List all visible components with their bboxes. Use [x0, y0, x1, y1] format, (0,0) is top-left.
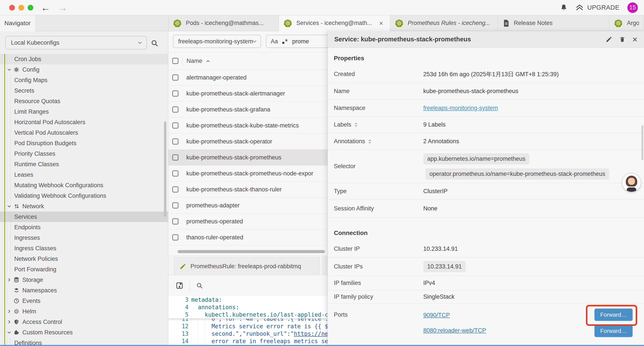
delete-icon[interactable]: [619, 36, 625, 43]
sidebar-item-ingress-classes[interactable]: Ingress Classes: [0, 243, 168, 254]
back-arrow-icon[interactable]: ←: [41, 3, 50, 12]
upgrade-button[interactable]: UPGRADE: [576, 3, 620, 12]
sidebar-item-config-maps[interactable]: Config Maps: [0, 75, 168, 85]
sidebar-item-runtime-classes[interactable]: Runtime Classes: [0, 159, 168, 169]
row-checkbox[interactable]: [172, 90, 178, 97]
chevron-right-icon[interactable]: [7, 278, 14, 282]
sidebar-item-vertical-pod-autoscalers[interactable]: Vertical Pod Autoscalers: [0, 127, 168, 138]
sidebar-item-services[interactable]: Services: [0, 212, 168, 222]
tab-argo-se[interactable]: Argo Se: [609, 15, 644, 31]
sidebar-item-network[interactable]: Network: [0, 201, 168, 212]
sidebar-item-storage[interactable]: Storage: [0, 275, 168, 285]
sidebar-item-horizontal-pod-autoscalers[interactable]: Horizontal Pod Autoscalers: [0, 117, 168, 127]
editor-body[interactable]: 110","for":"4m","labels":{"service":12Me…: [168, 319, 328, 345]
regex-icon[interactable]: *: [282, 38, 288, 45]
row-checkbox[interactable]: [172, 186, 178, 193]
sort-updown-icon[interactable]: [354, 122, 358, 127]
close-icon[interactable]: ×: [632, 35, 638, 44]
select-all-checkbox[interactable]: [172, 58, 178, 64]
yaml-editor[interactable]: 3metadata:4annotations:5kubectl.kubernet…: [168, 296, 328, 345]
sidebar-item-namespaces[interactable]: Namespaces: [0, 285, 168, 296]
notification-count-badge[interactable]: 15: [627, 2, 638, 13]
forward-button[interactable]: Forward…: [594, 325, 632, 337]
notifications-bell-icon[interactable]: [560, 4, 568, 11]
table-row[interactable]: prometheus-operated: [168, 214, 328, 230]
chevron-right-icon[interactable]: [7, 320, 14, 324]
tab-pods-icecheng-mathmas[interactable]: Pods - icecheng@mathmas...: [168, 15, 279, 31]
row-checkbox[interactable]: [172, 154, 178, 161]
sidebar-item-secrets[interactable]: Secrets: [0, 85, 168, 96]
table-row[interactable]: kube-prometheus-stack-grafana: [168, 102, 328, 118]
table-row[interactable]: kube-prometheus-stack-prometheus: [168, 150, 328, 166]
sidebar-item-validating-webhook-configurations[interactable]: Validating Webhook Configurations: [0, 191, 168, 201]
sidebar-item-resource-quotas[interactable]: Resource Quotas: [0, 96, 168, 106]
chevron-down-icon[interactable]: [7, 204, 14, 209]
chevron-right-icon[interactable]: [7, 309, 14, 314]
match-case-icon[interactable]: Aa: [271, 38, 278, 45]
table-row[interactable]: alertmanager-operated: [168, 70, 328, 86]
table-row[interactable]: thanos-ruler-operated: [168, 230, 328, 246]
sidebar-item-mutating-webhook-configurations[interactable]: Mutating Webhook Configurations: [0, 180, 168, 191]
sort-updown-icon[interactable]: [368, 139, 372, 144]
sidebar-item-priority-classes[interactable]: Priority Classes: [0, 148, 168, 159]
sidebar-item-ingresses[interactable]: Ingresses: [0, 233, 168, 243]
row-checkbox[interactable]: [172, 218, 178, 224]
sidebar-item-config[interactable]: Config: [0, 64, 168, 75]
sidebar-item-endpoints[interactable]: Endpoints: [0, 222, 168, 233]
namespace-link[interactable]: freeleaps-monitoring-system: [423, 105, 498, 111]
row-checkbox[interactable]: [172, 138, 178, 145]
row-checkbox[interactable]: [172, 202, 178, 209]
row-checkbox[interactable]: [172, 122, 178, 129]
search-input[interactable]: Aa * prome: [266, 35, 328, 48]
sidebar-item-custom-resources[interactable]: Custom Resources: [0, 327, 168, 338]
port-link[interactable]: 8080:reloader-web/TCP: [423, 327, 486, 334]
save-icon[interactable]: [175, 281, 184, 290]
row-checkbox[interactable]: [172, 234, 178, 240]
sidebar-item-events[interactable]: Events: [0, 296, 168, 306]
sidebar-item-limit-ranges[interactable]: Limit Ranges: [0, 106, 168, 117]
tab-prometheus-rules-icecheng[interactable]: Prometheus Rules - icecheng...: [390, 15, 498, 31]
dock-tab-prometheusrule[interactable]: PrometheusRule: freeleaps-prod-rabbitmq: [174, 257, 320, 275]
kubeconfig-select[interactable]: Local Kubeconfigs: [5, 36, 147, 49]
table-row[interactable]: kube-prometheus-stack-operator: [168, 134, 328, 150]
table-row[interactable]: kube-prometheus-stack-thanos-ruler: [168, 182, 328, 198]
sidebar-item-network-policies[interactable]: Network Policies: [0, 254, 168, 264]
minimize-window-button[interactable]: [18, 5, 24, 10]
sidebar-item-cron-jobs[interactable]: Cron Jobs: [0, 54, 168, 64]
runbook-url-link[interactable]: https://net: [294, 331, 328, 337]
sidebar-item-pod-disruption-budgets[interactable]: Pod Disruption Budgets: [0, 138, 168, 148]
horizontal-scrollbar[interactable]: [178, 250, 325, 253]
sidebar-item-helm[interactable]: Helm: [0, 306, 168, 317]
forward-arrow-icon[interactable]: →: [58, 3, 68, 12]
avatar[interactable]: [622, 173, 641, 192]
table-row[interactable]: prometheus-adapter: [168, 198, 328, 214]
dock-tab-partial[interactable]: [322, 257, 328, 275]
sidebar-item-leases[interactable]: Leases: [0, 169, 168, 180]
close-window-button[interactable]: [9, 5, 15, 10]
sidebar-item-access-control[interactable]: Access Control: [0, 317, 168, 327]
edit-icon[interactable]: [606, 36, 612, 43]
maximize-window-button[interactable]: [28, 5, 33, 10]
tab-release-notes[interactable]: Release Notes: [498, 15, 609, 31]
sidebar-search-icon[interactable]: [151, 39, 158, 47]
name-column-header[interactable]: Name: [186, 58, 202, 64]
namespace-select[interactable]: freeleaps-monitoring-system: [173, 35, 261, 48]
row-checkbox[interactable]: [172, 106, 178, 113]
sidebar-item-definitions[interactable]: Definitions: [0, 338, 168, 345]
sidebar-item-port-forwarding[interactable]: Port Forwarding: [0, 264, 168, 275]
sort-asc-icon[interactable]: [206, 59, 210, 63]
close-tab-icon[interactable]: ×: [379, 20, 384, 27]
forward-button[interactable]: Forward…: [594, 309, 632, 321]
chevron-down-icon[interactable]: [7, 330, 14, 335]
navigator-panel-tab[interactable]: Navigator: [0, 15, 36, 31]
chevron-down-icon[interactable]: [7, 67, 14, 72]
row-checkbox[interactable]: [172, 170, 178, 177]
tab-services-icecheng-math[interactable]: Services - icecheng@math...×: [279, 15, 390, 31]
table-row[interactable]: kube-prometheus-stack-kube-state-metrics: [168, 118, 328, 134]
port-link[interactable]: 9090/TCP: [423, 312, 450, 319]
editor-search-icon[interactable]: [196, 282, 203, 289]
table-row[interactable]: kube-prometheus-stack-prometheus-node-ex…: [168, 166, 328, 182]
sidebar-scrollbar[interactable]: [164, 121, 166, 217]
row-checkbox[interactable]: [172, 74, 178, 81]
table-row[interactable]: kube-prometheus-stack-alertmanager: [168, 86, 328, 102]
